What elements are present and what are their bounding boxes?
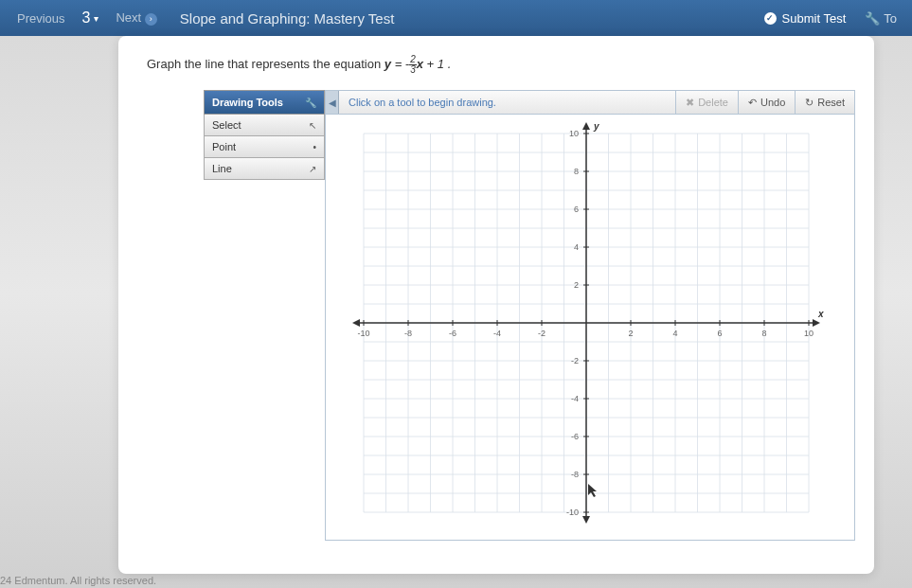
next-arrow-icon: › [145, 13, 157, 26]
next-label: Next [116, 10, 141, 25]
svg-text:8: 8 [761, 329, 766, 338]
delete-icon: ✖ [686, 97, 694, 109]
svg-marker-90 [588, 484, 597, 497]
question-number: 3 [82, 9, 91, 27]
graph-area[interactable]: -10-8-6-4-2246810-10-8-6-4-2246810yx [325, 115, 855, 541]
tool-point-label: Point [212, 141, 236, 152]
delete-button[interactable]: ✖ Delete [675, 91, 738, 114]
check-icon: ✓ [764, 12, 777, 25]
svg-text:6: 6 [574, 205, 579, 214]
instruction-bar: ◀ Click on a tool to begin drawing. ✖ De… [325, 90, 855, 115]
eq-eq: = - [391, 57, 409, 71]
svg-text:-10: -10 [357, 329, 369, 338]
tool-point[interactable]: Point • [204, 136, 325, 158]
svg-text:2: 2 [628, 329, 633, 338]
svg-marker-47 [582, 516, 590, 524]
page-title: Slope and Graphing: Mastery Test [180, 10, 395, 27]
question-prefix: Graph the line that represents the equat… [147, 57, 384, 71]
reset-label: Reset [817, 97, 845, 108]
line-icon: ↗ [309, 164, 316, 174]
previous-button[interactable]: Previous [8, 11, 75, 26]
collapse-toggle[interactable]: ◀ [326, 91, 339, 114]
svg-marker-44 [813, 319, 820, 327]
tools-label: To [884, 11, 897, 26]
delete-label: Delete [698, 97, 728, 108]
svg-text:-2: -2 [538, 329, 545, 338]
svg-text:8: 8 [574, 167, 579, 176]
svg-text:4: 4 [574, 242, 579, 252]
workspace: Drawing Tools 🔧 Select ↖ Point • Line ↗ … [147, 90, 855, 541]
point-icon: • [313, 142, 316, 152]
svg-text:-8: -8 [404, 329, 412, 338]
reset-button[interactable]: ↻ Reset [795, 91, 854, 114]
graph-panel: ◀ Click on a tool to begin drawing. ✖ De… [325, 90, 855, 541]
undo-icon: ↶ [748, 97, 757, 109]
question-number-dropdown[interactable]: 3 ▾ [75, 9, 107, 27]
tool-select-label: Select [212, 119, 241, 131]
next-button[interactable]: Next › [106, 10, 166, 26]
submit-test-button[interactable]: ✓ Submit Test [753, 11, 858, 26]
svg-marker-45 [352, 319, 360, 327]
svg-text:2: 2 [574, 280, 579, 290]
svg-text:y: y [593, 121, 599, 132]
chevron-down-icon: ▾ [94, 13, 98, 24]
question-text: Graph the line that represents the equat… [147, 55, 855, 75]
eq-y: y [384, 57, 391, 71]
wrench-icon: 🔧 [305, 98, 316, 108]
svg-text:10: 10 [804, 329, 814, 338]
tools-panel: Drawing Tools 🔧 Select ↖ Point • Line ↗ [204, 90, 325, 541]
svg-text:-6: -6 [449, 329, 456, 338]
svg-text:-4: -4 [493, 329, 501, 338]
footer: 24 Edmentum. All rights reserved. [0, 575, 156, 586]
wrench-icon: 🔧 [865, 11, 880, 26]
svg-text:-4: -4 [571, 394, 579, 403]
svg-text:4: 4 [672, 329, 677, 338]
tools-header: Drawing Tools 🔧 [204, 90, 325, 115]
svg-marker-46 [582, 122, 590, 130]
svg-text:x: x [817, 309, 824, 319]
svg-text:6: 6 [717, 329, 722, 338]
eq-x: x [417, 57, 423, 71]
reset-icon: ↻ [805, 97, 814, 109]
eq-fraction: 23 [409, 55, 417, 75]
svg-text:-10: -10 [566, 508, 579, 517]
eq-denominator: 3 [409, 65, 417, 75]
cursor-icon: ↖ [309, 120, 316, 131]
instruction-text: Click on a tool to begin drawing. [339, 97, 675, 108]
svg-text:-6: -6 [571, 432, 579, 441]
svg-text:10: 10 [569, 129, 579, 138]
tool-line-label: Line [212, 163, 232, 174]
equation: y = -23x + 1 . [384, 57, 451, 71]
eq-suffix: + 1 . [423, 57, 451, 71]
submit-label: Submit Test [782, 11, 847, 26]
undo-label: Undo [760, 97, 785, 108]
tools-menu[interactable]: 🔧 To [857, 11, 904, 26]
svg-text:-2: -2 [571, 356, 579, 365]
top-bar: Previous 3 ▾ Next › Slope and Graphing: … [0, 0, 912, 36]
main-panel: Graph the line that represents the equat… [118, 36, 874, 574]
undo-button[interactable]: ↶ Undo [738, 91, 795, 114]
tool-line[interactable]: Line ↗ [204, 158, 325, 180]
tools-header-label: Drawing Tools [212, 97, 283, 108]
coordinate-grid: -10-8-6-4-2246810-10-8-6-4-2246810yx [326, 115, 837, 541]
svg-text:-8: -8 [571, 470, 579, 479]
tool-select[interactable]: Select ↖ [204, 115, 325, 136]
